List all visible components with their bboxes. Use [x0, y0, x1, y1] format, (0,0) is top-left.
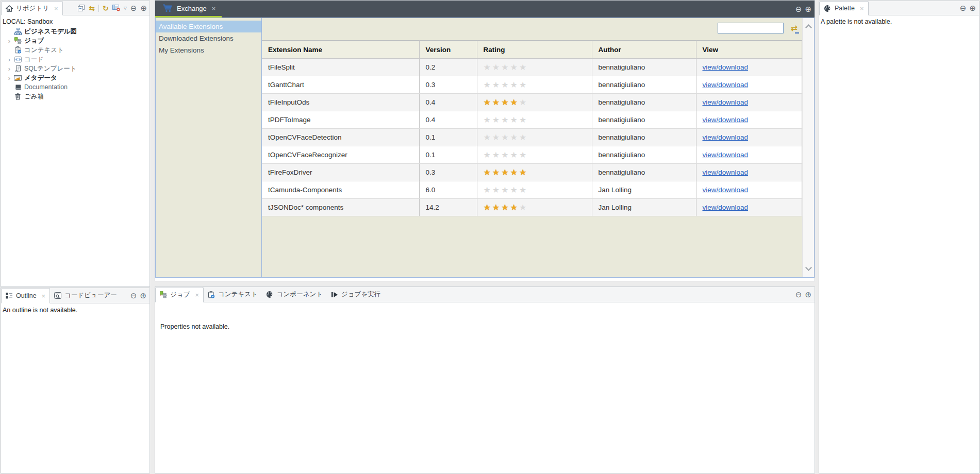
view-download-link[interactable]: view/download	[703, 168, 749, 176]
minimize-icon[interactable]: ⊖	[795, 5, 802, 13]
view-download-link[interactable]: view/download	[703, 204, 749, 211]
repo-item-documentation[interactable]: Documentation	[1, 82, 150, 92]
repo-item-jobs[interactable]: › ジョブ	[1, 36, 150, 45]
expand-arrow-icon[interactable]: ›	[5, 65, 13, 73]
view-download-link[interactable]: view/download	[703, 186, 749, 194]
expand-arrow-icon[interactable]: ›	[5, 74, 13, 82]
close-icon[interactable]: ×	[860, 5, 864, 12]
close-icon[interactable]: ×	[54, 5, 58, 12]
view-download-link[interactable]: view/download	[703, 116, 749, 124]
tab-palette[interactable]: Palette ×	[819, 1, 869, 15]
table-row[interactable]: tCamunda-Components 6.0 ★★★★★ Jan Lollin…	[262, 181, 802, 199]
tab-contexts[interactable]: コンテキスト	[204, 287, 262, 302]
table-row[interactable]: tOpenCVFaceRecognizer 0.1 ★★★★★ bennatig…	[262, 146, 802, 164]
view-download-link[interactable]: view/download	[703, 98, 749, 106]
col-extension-name[interactable]: Extension Name	[262, 41, 419, 59]
minimize-icon[interactable]: ⊖	[795, 291, 802, 298]
tab-component[interactable]: コンポーネント	[262, 287, 327, 302]
view-download-link[interactable]: view/download	[703, 133, 749, 141]
extension-author: bennatigiuliano	[592, 164, 696, 181]
repo-item-sql-templates[interactable]: › SQLテンプレート	[1, 64, 150, 73]
close-icon[interactable]: ×	[42, 292, 46, 300]
maximize-icon[interactable]: ⊕	[805, 5, 811, 13]
refresh-extensions-icon[interactable]: ⇄	[791, 23, 798, 33]
maximize-icon[interactable]: ⊕	[969, 4, 976, 12]
sidebar-item-my-extensions[interactable]: My Extensions	[156, 44, 261, 56]
extension-version: 0.4	[419, 94, 477, 111]
extension-version: 0.4	[419, 111, 477, 129]
sidebar-item-available-extensions[interactable]: Available Extensions	[156, 21, 261, 32]
table-row[interactable]: tGanttChart 0.3 ★★★★★ bennatigiuliano vi…	[262, 76, 802, 94]
repo-item-code[interactable]: › コード	[1, 55, 150, 64]
refresh-icon[interactable]: ↻	[103, 5, 109, 12]
star-empty-icon: ★	[492, 133, 501, 142]
minimize-icon[interactable]: ⊖	[130, 4, 137, 12]
repo-item-metadata[interactable]: › メタデータ	[1, 73, 150, 82]
tab-run-job[interactable]: ジョブを実行	[327, 287, 385, 302]
table-row[interactable]: tJSONDoc* components 14.2 ★★★★★ Jan Loll…	[262, 199, 802, 216]
tab-repository[interactable]: リポジトリ ×	[1, 1, 63, 15]
filter-view-icon[interactable]	[112, 5, 120, 11]
table-row[interactable]: tFileSplit 0.2 ★★★★★ bennatigiuliano vie…	[262, 59, 802, 76]
expand-arrow-icon[interactable]: ›	[5, 56, 13, 63]
repo-item-label: メタデータ	[24, 74, 57, 82]
star-filled-icon: ★	[484, 98, 492, 107]
star-empty-icon: ★	[501, 185, 510, 194]
repository-tree: ビジネスモデル図 › ジョブ コンテキスト ›	[1, 26, 150, 101]
tab-outline[interactable]: Outline ×	[1, 288, 50, 303]
extension-name: tJSONDoc* components	[262, 199, 419, 216]
tab-job[interactable]: ジョブ ×	[155, 287, 204, 302]
table-row[interactable]: tFireFoxDriver 0.3 ★★★★★ bennatigiuliano…	[262, 164, 802, 181]
view-menu-icon[interactable]: ▽	[124, 6, 127, 10]
job-icon	[160, 291, 167, 298]
vertical-scrollbar[interactable]	[802, 18, 814, 277]
sidebar-item-downloaded-extensions[interactable]: Downloaded Extensions	[156, 32, 261, 44]
toolbar-separator	[98, 5, 99, 12]
col-view[interactable]: View	[696, 41, 802, 59]
col-rating[interactable]: Rating	[477, 41, 592, 59]
star-empty-icon: ★	[519, 115, 528, 124]
minimize-icon[interactable]: ⊖	[130, 292, 137, 299]
tab-code-viewer[interactable]: コードビューアー	[50, 288, 121, 303]
maximize-icon[interactable]: ⊕	[805, 291, 811, 298]
star-empty-icon: ★	[484, 115, 492, 124]
trash-icon	[13, 93, 22, 100]
star-filled-icon: ★	[510, 168, 519, 177]
switch-branch-icon[interactable]: ⇆	[89, 5, 95, 12]
table-row[interactable]: tPDFToImage 0.4 ★★★★★ bennatigiuliano vi…	[262, 111, 802, 129]
star-filled-icon: ★	[501, 168, 510, 177]
minimize-icon[interactable]: ⊖	[960, 4, 967, 12]
business-model-icon	[13, 28, 22, 35]
collapse-all-icon[interactable]	[78, 5, 85, 12]
star-empty-icon: ★	[510, 63, 519, 72]
view-download-link[interactable]: view/download	[703, 63, 749, 71]
tab-exchange[interactable]: Exchange ×	[155, 1, 222, 18]
scroll-up-icon[interactable]	[805, 24, 812, 31]
star-empty-icon: ★	[510, 115, 519, 124]
extension-author: Jan Lolling	[592, 181, 696, 199]
extensions-table: Extension Name Version Rating Author Vie…	[262, 40, 802, 216]
expand-arrow-icon[interactable]: ›	[5, 37, 13, 45]
maximize-icon[interactable]: ⊕	[140, 4, 147, 12]
rating-stars: ★★★★★	[484, 116, 592, 124]
view-download-link[interactable]: view/download	[703, 151, 749, 159]
col-author[interactable]: Author	[592, 41, 696, 59]
table-row[interactable]: tOpenCVFaceDetection 0.1 ★★★★★ bennatigi…	[262, 129, 802, 146]
star-empty-icon: ★	[492, 185, 501, 194]
close-icon[interactable]: ×	[212, 5, 216, 12]
maximize-icon[interactable]: ⊕	[140, 292, 146, 299]
repo-item-label: ビジネスモデル図	[24, 27, 77, 36]
search-input[interactable]	[718, 23, 784, 33]
refresh-underline	[795, 32, 799, 33]
view-download-link[interactable]: view/download	[703, 81, 749, 89]
repo-item-business-model[interactable]: ビジネスモデル図	[1, 27, 150, 36]
repo-item-recycle-bin[interactable]: ごみ箱	[1, 92, 150, 101]
close-icon[interactable]: ×	[195, 291, 199, 299]
scroll-down-icon[interactable]	[805, 264, 812, 271]
tab-code-viewer-label: コードビューアー	[64, 291, 117, 300]
col-version[interactable]: Version	[419, 41, 477, 59]
extension-version: 0.1	[419, 129, 477, 146]
table-row[interactable]: tFileInputOds 0.4 ★★★★★ bennatigiuliano …	[262, 94, 802, 111]
repository-root-label[interactable]: LOCAL: Sandbox	[1, 15, 150, 26]
repo-item-contexts[interactable]: コンテキスト	[1, 45, 150, 55]
